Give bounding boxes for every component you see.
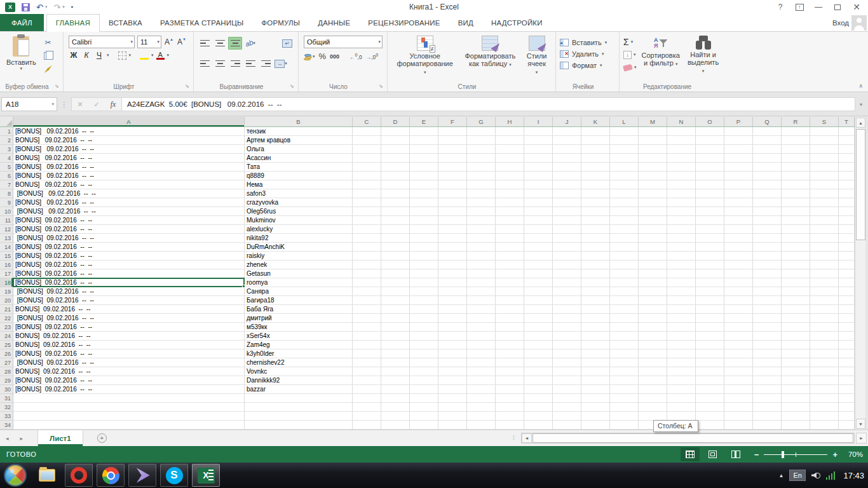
cell-J26[interactable] — [553, 349, 581, 358]
format-cells-button[interactable]: Формат▾ — [560, 60, 615, 71]
font-color-button[interactable]: А — [156, 51, 165, 60]
cell-G33[interactable] — [467, 412, 496, 421]
cell-L29[interactable] — [610, 376, 639, 385]
cell-C31[interactable] — [353, 394, 381, 403]
cell-M32[interactable] — [639, 403, 667, 412]
cell-A25[interactable]: BONUS] 09.02.2016 -- -- — [13, 341, 245, 349]
cell-D27[interactable] — [381, 358, 410, 367]
cell-P33[interactable] — [724, 412, 753, 421]
cell-P25[interactable] — [724, 341, 753, 349]
cell-R13[interactable] — [782, 234, 810, 243]
cell-B27[interactable]: chernishev22 — [245, 358, 353, 367]
cell-E23[interactable] — [410, 323, 438, 332]
cell-I5[interactable] — [524, 163, 553, 172]
cell-F24[interactable] — [438, 332, 467, 341]
format-painter-button[interactable] — [41, 64, 55, 75]
cell-J6[interactable] — [553, 172, 581, 180]
taskbar-chrome-button[interactable] — [97, 464, 125, 487]
cell-T12[interactable] — [839, 225, 855, 234]
cell-I11[interactable] — [524, 216, 553, 225]
row-header-10[interactable]: 10 — [0, 207, 13, 216]
cell-R18[interactable] — [782, 278, 810, 287]
cell-N25[interactable] — [667, 341, 696, 349]
cell-B3[interactable]: Ольга — [245, 145, 353, 154]
cell-M8[interactable] — [639, 189, 667, 198]
cell-C2[interactable] — [353, 136, 381, 145]
cell-D19[interactable] — [381, 287, 410, 296]
cell-L23[interactable] — [610, 323, 639, 332]
scroll-up-arrow[interactable]: ▲ — [856, 118, 865, 128]
cell-G18[interactable] — [467, 278, 496, 287]
cell-E15[interactable] — [410, 252, 438, 261]
cell-T15[interactable] — [839, 252, 855, 261]
cell-E19[interactable] — [410, 287, 438, 296]
cell-O2[interactable] — [696, 136, 724, 145]
cell-E29[interactable] — [410, 376, 438, 385]
cell-L17[interactable] — [610, 269, 639, 278]
cell-M2[interactable] — [639, 136, 667, 145]
wrap-text-button[interactable]: ↵ — [280, 37, 294, 50]
cell-J17[interactable] — [553, 269, 581, 278]
cell-P9[interactable] — [724, 198, 753, 207]
cell-L6[interactable] — [610, 172, 639, 180]
cell-E3[interactable] — [410, 145, 438, 154]
cell-D9[interactable] — [381, 198, 410, 207]
column-header-R[interactable]: R — [782, 117, 810, 126]
cell-G5[interactable] — [467, 163, 496, 172]
cell-A11[interactable]: [BONUS] 09.02.2016 -- -- — [13, 216, 245, 225]
cell-N10[interactable] — [667, 207, 696, 216]
cell-E2[interactable] — [410, 136, 438, 145]
cell-N15[interactable] — [667, 252, 696, 261]
cell-S31[interactable] — [810, 394, 839, 403]
cell-S26[interactable] — [810, 349, 839, 358]
row-header-9[interactable]: 9 — [0, 198, 13, 207]
cell-E7[interactable] — [410, 180, 438, 189]
cell-H7[interactable] — [496, 180, 524, 189]
formula-input[interactable]: A24EZAGK 5.00€ [BONUS] 09.02.2016 -- -- — [122, 97, 855, 111]
cell-C15[interactable] — [353, 252, 381, 261]
cell-N8[interactable] — [667, 189, 696, 198]
cell-A12[interactable]: [BONUS] 09.02.2016 -- -- — [13, 225, 245, 234]
cell-B2[interactable]: Артем кравцов — [245, 136, 353, 145]
cell-F32[interactable] — [438, 403, 467, 412]
row-header-13[interactable]: 13 — [0, 234, 13, 243]
cell-G10[interactable] — [467, 207, 496, 216]
cell-O6[interactable] — [696, 172, 724, 180]
cell-T20[interactable] — [839, 296, 855, 305]
cell-L22[interactable] — [610, 314, 639, 323]
cell-I25[interactable] — [524, 341, 553, 349]
cell-D22[interactable] — [381, 314, 410, 323]
cell-F11[interactable] — [438, 216, 467, 225]
horizontal-scrollbar[interactable]: ◄ — [521, 433, 855, 444]
cell-K3[interactable] — [581, 145, 610, 154]
cell-Q30[interactable] — [753, 385, 782, 394]
cell-G32[interactable] — [467, 403, 496, 412]
borders-button[interactable] — [118, 51, 126, 60]
cell-M23[interactable] — [639, 323, 667, 332]
cell-H33[interactable] — [496, 412, 524, 421]
cell-F13[interactable] — [438, 234, 467, 243]
cell-P12[interactable] — [724, 225, 753, 234]
cell-F17[interactable] — [438, 269, 467, 278]
cell-R21[interactable] — [782, 305, 810, 314]
cell-T24[interactable] — [839, 332, 855, 341]
cell-styles-button[interactable]: Стили ячеек ▾ — [520, 34, 553, 81]
cell-O20[interactable] — [696, 296, 724, 305]
cell-P28[interactable] — [724, 367, 753, 376]
cell-K15[interactable] — [581, 252, 610, 261]
cell-S23[interactable] — [810, 323, 839, 332]
cell-T16[interactable] — [839, 261, 855, 269]
cell-R5[interactable] — [782, 163, 810, 172]
cell-M21[interactable] — [639, 305, 667, 314]
find-select-button[interactable]: Найти и выделить ▾ — [684, 34, 722, 81]
cell-E9[interactable] — [410, 198, 438, 207]
cell-A16[interactable]: [BONUS] 09.02.2016 -- -- — [13, 261, 245, 269]
cell-F14[interactable] — [438, 243, 467, 252]
column-header-A[interactable]: A — [13, 117, 245, 126]
cell-R32[interactable] — [782, 403, 810, 412]
row-header-12[interactable]: 12 — [0, 225, 13, 234]
cell-G6[interactable] — [467, 172, 496, 180]
cell-L26[interactable] — [610, 349, 639, 358]
cell-G25[interactable] — [467, 341, 496, 349]
cell-H2[interactable] — [496, 136, 524, 145]
